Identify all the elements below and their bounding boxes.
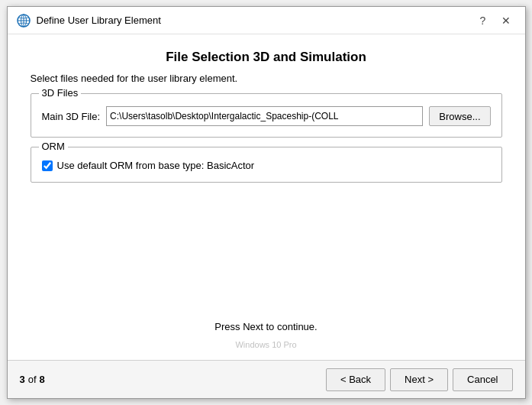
press-next-text: Press Next to continue. bbox=[31, 313, 502, 340]
page-info: 3 of 8 bbox=[20, 374, 45, 385]
main-file-label: Main 3D File: bbox=[42, 111, 101, 122]
next-button[interactable]: Next > bbox=[390, 368, 448, 391]
close-button[interactable]: ✕ bbox=[496, 11, 516, 31]
globe-icon bbox=[17, 14, 31, 28]
dialog-body: File Selection 3D and Simulation Select … bbox=[8, 34, 525, 360]
total-pages: 8 bbox=[40, 374, 45, 385]
main-file-input[interactable] bbox=[106, 106, 423, 126]
dialog-subtext: Select files needed for the user library… bbox=[31, 73, 502, 84]
orm-checkbox[interactable] bbox=[42, 160, 53, 171]
browse-button[interactable]: Browse... bbox=[429, 106, 490, 126]
orm-checkbox-label: Use default ORM from base type: BasicAct… bbox=[57, 160, 255, 171]
current-page: 3 bbox=[20, 374, 25, 385]
group-3d-files-label: 3D Files bbox=[39, 87, 82, 99]
orm-checkbox-row: Use default ORM from base type: BasicAct… bbox=[42, 160, 491, 171]
watermark: Windows 10 Pro bbox=[31, 340, 502, 349]
back-button[interactable]: < Back bbox=[326, 368, 385, 391]
title-bar-title: Define User Library Element bbox=[37, 15, 467, 26]
title-bar: Define User Library Element ? ✕ bbox=[8, 7, 525, 34]
cancel-button[interactable]: Cancel bbox=[453, 368, 512, 391]
group-3d-files: 3D Files Main 3D File: Browse... bbox=[31, 93, 502, 138]
title-bar-controls: ? ✕ bbox=[473, 11, 516, 31]
group-orm: ORM Use default ORM from base type: Basi… bbox=[31, 147, 502, 183]
dialog: Define User Library Element ? ✕ File Sel… bbox=[7, 6, 526, 399]
group-orm-label: ORM bbox=[39, 141, 68, 152]
of-label: of bbox=[28, 374, 37, 385]
help-button[interactable]: ? bbox=[473, 11, 493, 31]
dialog-footer: 3 of 8 < Back Next > Cancel bbox=[8, 360, 525, 398]
main-3d-file-row: Main 3D File: Browse... bbox=[42, 106, 491, 126]
dialog-heading: File Selection 3D and Simulation bbox=[31, 50, 502, 65]
